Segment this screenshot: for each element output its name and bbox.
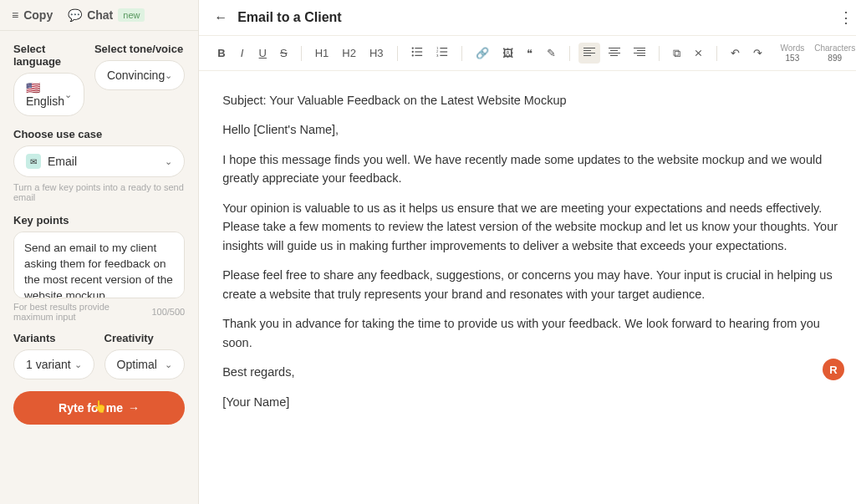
editor-toolbar: B I U S H1 H2 H3 123 🔗 🖼 ❝ ✎ [199, 36, 856, 71]
align-left-button[interactable] [578, 43, 600, 64]
paragraph: Best regards, [222, 363, 845, 381]
creativity-label: Creativity [104, 332, 186, 344]
chevron-down-icon: ⌄ [74, 359, 82, 370]
form-area: Select language 🇺🇸English ⌄ Select tone/… [0, 31, 198, 504]
paragraph: I hope this message finds you well. We h… [222, 150, 845, 188]
bold-button[interactable]: B [212, 43, 230, 63]
chevron-down-icon: ⌄ [165, 359, 172, 370]
ordered-list-icon: 123 [436, 46, 448, 58]
chat-icon: 💬 [68, 8, 82, 22]
keypoints-counter: 100/500 [151, 307, 185, 317]
keypoints-label: Key points [13, 214, 185, 227]
flag-icon: 🇺🇸 [26, 81, 40, 94]
email-icon: ✉ [26, 154, 41, 169]
strike-button[interactable]: S [275, 43, 293, 63]
keypoints-helper: For best results provide maximum input [13, 302, 151, 322]
tab-copy[interactable]: ≡ Copy [12, 8, 53, 22]
back-button[interactable]: ← [214, 10, 227, 25]
svg-rect-5 [415, 55, 422, 56]
menu-icon: ≡ [12, 8, 18, 22]
chars-value: 899 [828, 53, 842, 64]
usecase-label: Choose use case [13, 128, 185, 140]
language-value: English [26, 94, 64, 108]
code-block-button[interactable]: ⧉ [668, 43, 685, 64]
separator [461, 46, 462, 61]
highlight-button[interactable]: ✎ [542, 43, 561, 63]
language-select[interactable]: 🇺🇸English ⌄ [13, 73, 84, 116]
align-right-icon [634, 46, 645, 58]
tone-select[interactable]: Convincing ⌄ [94, 60, 185, 90]
tab-chat-label: Chat [87, 8, 113, 22]
align-center-button[interactable] [604, 43, 625, 64]
variants-value: 1 variant [26, 358, 71, 371]
more-menu[interactable]: ⋮ [838, 8, 853, 27]
chevron-down-icon: ⌄ [165, 156, 172, 167]
variants-select[interactable]: 1 variant ⌄ [13, 349, 94, 379]
tab-bar: ≡ Copy 💬 Chat new [0, 0, 198, 31]
tone-value: Convincing [107, 69, 165, 82]
doc-title: Email to a Client [237, 10, 828, 25]
chevron-down-icon: ⌄ [64, 89, 72, 100]
align-center-icon [609, 46, 620, 58]
separator [301, 46, 302, 61]
keypoints-input[interactable] [13, 232, 185, 298]
creativity-value: Optimal [117, 358, 157, 371]
h3-button[interactable]: H3 [364, 43, 389, 63]
svg-point-2 [411, 51, 413, 53]
new-badge: new [118, 8, 145, 22]
align-right-button[interactable] [629, 43, 650, 64]
main: ← Email to a Client ⋮ B I U S H1 H2 H3 1… [199, 0, 856, 504]
svg-rect-8 [440, 55, 447, 56]
paragraph: Please feel free to share any feedback, … [222, 266, 845, 303]
separator [397, 46, 398, 61]
tab-chat[interactable]: 💬 Chat new [68, 8, 145, 22]
generate-button[interactable]: 👆 Ryte for me → [13, 391, 185, 425]
chars-label: Characters [814, 43, 855, 53]
separator [659, 46, 660, 61]
char-counter: Characters 899 [814, 43, 855, 64]
italic-button[interactable]: I [234, 43, 251, 63]
pointer-cursor-icon: 👆 [93, 400, 107, 413]
svg-rect-1 [415, 48, 422, 48]
creativity-select[interactable]: Optimal ⌄ [104, 349, 186, 379]
link-button[interactable]: 🔗 [471, 43, 494, 63]
svg-point-4 [411, 54, 413, 56]
usecase-helper: Turn a few key points into a ready to se… [13, 182, 185, 202]
usecase-value: Email [48, 155, 77, 168]
ordered-list-button[interactable]: 123 [431, 43, 453, 64]
fab-label: R [829, 364, 837, 376]
paragraph: Your opinion is valuable to us as it hel… [222, 199, 845, 255]
main-header: ← Email to a Client ⋮ [199, 0, 856, 36]
svg-rect-6 [440, 48, 447, 48]
variants-label: Variants [13, 332, 94, 344]
editor-content[interactable]: Subject: Your Valuable Feedback on the L… [199, 71, 856, 504]
separator [569, 46, 570, 61]
paragraph: Thank you in advance for taking the time… [222, 314, 845, 352]
h2-button[interactable]: H2 [337, 43, 361, 63]
bullet-list-icon [411, 46, 423, 58]
clear-format-button[interactable]: ⨯ [689, 43, 708, 63]
align-left-icon [583, 46, 595, 58]
paragraph: Subject: Your Valuable Feedback on the L… [222, 91, 845, 109]
h1-button[interactable]: H1 [310, 43, 334, 63]
cta-label: Ryte for me [59, 401, 123, 415]
redo-button[interactable]: ↷ [748, 43, 767, 63]
bullet-list-button[interactable] [406, 43, 428, 64]
arrow-right-icon: → [128, 401, 140, 415]
svg-text:3: 3 [436, 53, 439, 58]
usecase-select[interactable]: ✉ Email ⌄ [13, 145, 185, 177]
image-button[interactable]: 🖼 [497, 43, 518, 63]
underline-button[interactable]: U [254, 43, 272, 63]
svg-point-0 [411, 47, 413, 48]
language-label: Select language [13, 43, 84, 68]
tab-copy-label: Copy [23, 8, 53, 22]
undo-button[interactable]: ↶ [726, 43, 745, 63]
paragraph: Hello [Client's Name], [222, 120, 845, 139]
chevron-down-icon: ⌄ [165, 70, 172, 81]
fab-button[interactable]: R [823, 359, 844, 380]
paragraph: [Your Name] [222, 393, 845, 411]
words-value: 153 [786, 53, 800, 64]
svg-rect-7 [440, 51, 447, 52]
svg-rect-3 [415, 51, 422, 52]
quote-button[interactable]: ❝ [522, 43, 538, 63]
